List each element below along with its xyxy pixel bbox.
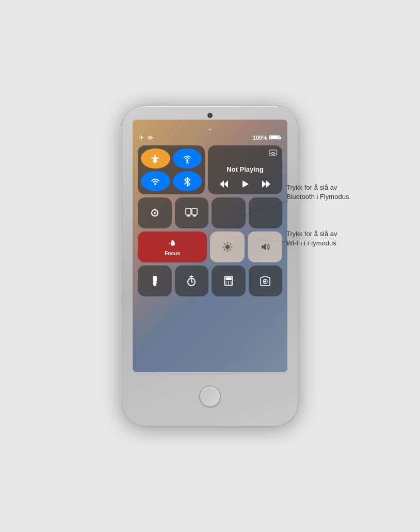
svg-point-43 <box>264 280 266 282</box>
flashlight-button[interactable] <box>138 265 172 296</box>
svg-line-25 <box>224 249 225 250</box>
svg-marker-9 <box>266 180 270 188</box>
svg-point-41 <box>231 284 232 285</box>
device-top <box>122 106 298 118</box>
bluetooth-annotation-text: Trykk for å slå avBluetooth i Flymodus. <box>286 183 351 202</box>
svg-rect-35 <box>225 277 232 280</box>
svg-point-40 <box>228 284 229 285</box>
device-shell: ⌄ ✈ 100% <box>122 106 298 426</box>
svg-rect-13 <box>186 208 191 215</box>
airplay-icon[interactable] <box>269 149 277 158</box>
battery-percent-label: 100% <box>253 135 267 141</box>
svg-point-38 <box>231 281 232 282</box>
control-center: Not Playing <box>138 145 282 367</box>
now-playing-header <box>213 149 277 158</box>
wifi-button[interactable] <box>141 171 170 191</box>
front-camera <box>208 113 212 118</box>
media-controls <box>213 180 277 190</box>
forward-button[interactable] <box>262 180 271 190</box>
svg-marker-8 <box>262 180 266 188</box>
home-button[interactable] <box>200 387 220 406</box>
svg-marker-28 <box>153 282 157 286</box>
camera-button[interactable] <box>249 265 283 296</box>
focus-row: Focus <box>138 231 282 262</box>
svg-rect-15 <box>187 215 190 217</box>
volume-button[interactable] <box>248 231 282 262</box>
svg-marker-5 <box>220 180 224 188</box>
utilities-row <box>138 265 282 296</box>
page-wrapper: ⌄ ✈ 100% <box>0 0 420 532</box>
play-button[interactable] <box>241 180 249 190</box>
svg-line-22 <box>224 244 225 245</box>
screen-mirror-button[interactable] <box>175 197 209 228</box>
svg-point-36 <box>225 281 227 282</box>
battery-icon <box>269 135 281 140</box>
hotspot-button[interactable] <box>173 148 202 169</box>
svg-marker-7 <box>243 180 249 188</box>
svg-point-37 <box>228 281 229 282</box>
connectivity-block <box>138 145 205 194</box>
bluetooth-annotation: Trykk for å slå avBluetooth i Flymodus. <box>286 183 351 202</box>
connectivity-row: Not Playing <box>138 145 282 194</box>
focus-label: Focus <box>165 251 180 256</box>
now-playing-block[interactable]: Not Playing <box>208 145 282 194</box>
svg-line-24 <box>230 244 231 245</box>
pull-indicator: ⌄ <box>207 124 213 132</box>
svg-marker-26 <box>262 243 266 251</box>
screen-controls-row <box>138 197 282 228</box>
svg-rect-27 <box>153 276 157 282</box>
rewind-button[interactable] <box>219 180 229 190</box>
wifi-status-icon <box>147 135 154 141</box>
svg-point-39 <box>225 284 227 285</box>
svg-rect-16 <box>193 215 196 217</box>
wifi-annotation: Trykk for å slå avWi-Fi i Flymodus. <box>286 229 338 248</box>
svg-point-17 <box>225 245 230 249</box>
status-bar: ✈ 100% <box>139 134 281 141</box>
svg-rect-14 <box>192 208 197 215</box>
device-screen: ⌄ ✈ 100% <box>133 120 287 372</box>
status-left: ✈ <box>139 134 154 141</box>
airplane-mode-button[interactable] <box>141 148 170 169</box>
focus-button[interactable]: Focus <box>138 231 207 262</box>
timer-button[interactable] <box>175 265 209 296</box>
svg-point-3 <box>154 183 156 185</box>
svg-marker-6 <box>224 180 228 188</box>
calculator-button[interactable] <box>212 265 246 296</box>
airplane-mode-icon: ✈ <box>139 134 144 141</box>
bluetooth-button[interactable] <box>173 171 202 191</box>
screen-rotation-button[interactable] <box>138 197 172 228</box>
svg-point-4 <box>272 154 273 155</box>
svg-point-12 <box>154 212 156 214</box>
svg-marker-11 <box>153 208 156 210</box>
svg-line-23 <box>230 249 231 250</box>
empty-tile-1 <box>212 197 246 228</box>
wifi-annotation-text: Trykk for å slå avWi-Fi i Flymodus. <box>286 229 338 248</box>
brightness-button[interactable] <box>210 231 245 262</box>
device-bottom <box>200 372 220 426</box>
empty-tile-2 <box>249 197 283 228</box>
status-right: 100% <box>253 135 281 141</box>
now-playing-title: Not Playing <box>213 158 277 180</box>
svg-point-0 <box>186 159 188 161</box>
